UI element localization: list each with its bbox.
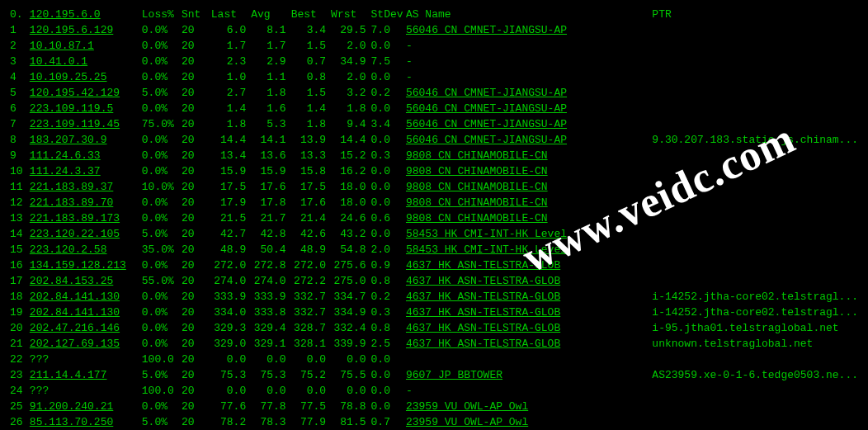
cell-as[interactable]: 56046 CN CMNET-JIANGSU-AP [406, 85, 652, 101]
cell-as[interactable]: 4637 HK ASN-TELSTRA-GLOB [406, 258, 652, 273]
cell-wrst: 75.5 [331, 367, 370, 383]
cell-host[interactable]: 223.120.22.105 [30, 226, 142, 242]
mtr-row: 22???100.0200.00.00.00.00.0 [10, 352, 858, 367]
mtr-row: 9111.24.6.330.0%2013.413.613.315.20.3980… [10, 148, 858, 163]
cell-loss: 0.0% [142, 336, 182, 352]
cell-host[interactable]: 183.207.30.9 [30, 132, 142, 148]
cell-avg: 1.1 [251, 69, 290, 85]
cell-best: 0.7 [291, 54, 331, 69]
cell-wrst: 3.2 [331, 85, 370, 101]
cell-avg: 2.9 [251, 54, 290, 69]
cell-as[interactable]: 9808 CN CHINAMOBILE-CN [406, 179, 652, 195]
cell-wrst: 334.7 [331, 289, 370, 305]
cell-snt: 20 [182, 85, 211, 101]
cell-avg: 78.3 [251, 414, 290, 430]
cell-as[interactable]: 9808 CN CHINAMOBILE-CN [406, 210, 652, 226]
cell-hop: 4 [10, 69, 30, 85]
cell-as[interactable]: 56046 CN CMNET-JIANGSU-AP [406, 116, 652, 132]
cell-snt: 20 [182, 101, 211, 116]
cell-avg: 14.1 [251, 132, 290, 148]
cell-host[interactable]: 223.109.119.45 [30, 116, 142, 132]
cell-host: ??? [30, 352, 142, 367]
cell-as[interactable]: 9607 JP BBTOWER [406, 367, 652, 383]
cell-as[interactable]: 56046 CN CMNET-JIANGSU-AP [406, 132, 652, 148]
cell-stdev: 0.3 [371, 148, 406, 163]
cell-as[interactable]: 4637 HK ASN-TELSTRA-GLOB [406, 305, 652, 320]
cell-host[interactable]: 202.84.141.130 [30, 305, 142, 320]
cell-loss: 5.0% [142, 414, 182, 430]
cell-best: 77.5 [291, 399, 331, 414]
mtr-row: 2591.200.240.210.0%2077.677.877.578.80.0… [10, 399, 858, 414]
cell-stdev: 2.0 [371, 242, 406, 258]
cell-wrst: 43.2 [331, 226, 370, 242]
cell-hop: 16 [10, 258, 30, 273]
cell-as[interactable]: 9808 CN CHINAMOBILE-CN [406, 148, 652, 163]
cell-snt: 20 [182, 38, 211, 54]
cell-as[interactable]: 4637 HK ASN-TELSTRA-GLOB [406, 336, 652, 352]
cell-wrst: 9.4 [331, 116, 370, 132]
cell-wrst: 16.2 [331, 163, 370, 179]
cell-wrst: 334.9 [331, 305, 370, 320]
cell-as[interactable]: 4637 HK ASN-TELSTRA-GLOB [406, 320, 652, 336]
cell-host[interactable]: 134.159.128.213 [30, 258, 142, 273]
cell-ptr: unknown.telstraglobal.net [652, 336, 858, 352]
cell-host[interactable]: 10.109.25.25 [30, 69, 142, 85]
cell-loss: 0.0% [142, 399, 182, 414]
cell-host[interactable]: 85.113.70.250 [30, 414, 142, 430]
cell-hop: 10 [10, 163, 30, 179]
cell-host[interactable]: 10.41.0.1 [30, 54, 142, 69]
cell-stdev: 7.5 [371, 54, 406, 69]
cell-as[interactable]: 23959 VU OWL-AP Owl [406, 414, 652, 430]
cell-host[interactable]: 221.183.89.37 [30, 179, 142, 195]
cell-host[interactable]: 221.183.89.173 [30, 210, 142, 226]
cell-host[interactable]: 223.120.2.58 [30, 242, 142, 258]
cell-hop: 3 [10, 54, 30, 69]
col-last: Last [211, 7, 251, 22]
cell-last: 0.0 [211, 352, 251, 367]
cell-host[interactable]: 10.10.87.1 [30, 38, 142, 54]
cell-snt: 20 [182, 22, 211, 38]
cell-loss: 35.0% [142, 242, 182, 258]
cell-last: 1.0 [211, 69, 251, 85]
cell-as[interactable]: 58453 HK CMI-INT-HK Level [406, 226, 652, 242]
cell-hop: 24 [10, 383, 30, 399]
cell-hop: 21 [10, 336, 30, 352]
cell-last: 0.0 [211, 383, 251, 399]
cell-last: 329.0 [211, 336, 251, 352]
cell-host[interactable]: 120.195.6.129 [30, 22, 142, 38]
cell-host[interactable]: 111.24.6.33 [30, 148, 142, 163]
cell-stdev: 0.9 [371, 258, 406, 273]
cell-as[interactable]: 56046 CN CMNET-JIANGSU-AP [406, 101, 652, 116]
cell-loss: 0.0% [142, 258, 182, 273]
cell-best: 0.0 [291, 383, 331, 399]
cell-as[interactable]: 9808 CN CHINAMOBILE-CN [406, 163, 652, 179]
cell-as[interactable]: 4637 HK ASN-TELSTRA-GLOB [406, 289, 652, 305]
cell-host[interactable]: 211.14.4.177 [30, 367, 142, 383]
cell-host[interactable]: 120.195.42.129 [30, 85, 142, 101]
cell-as[interactable]: 23959 VU OWL-AP Owl [406, 399, 652, 414]
cell-snt: 20 [182, 210, 211, 226]
cell-as[interactable]: 4637 HK ASN-TELSTRA-GLOB [406, 273, 652, 289]
cell-as: - [406, 38, 652, 54]
cell-stdev: 0.0 [371, 383, 406, 399]
cell-host[interactable]: 91.200.240.21 [30, 399, 142, 414]
cell-as[interactable]: 9808 CN CHINAMOBILE-CN [406, 195, 652, 210]
cell-hop: 17 [10, 273, 30, 289]
cell-loss: 5.0% [142, 367, 182, 383]
cell-as[interactable]: 58453 HK CMI-INT-HK Level [406, 242, 652, 258]
cell-host[interactable]: 221.183.89.70 [30, 195, 142, 210]
cell-host[interactable]: 202.127.69.135 [30, 336, 142, 352]
cell-host[interactable]: 111.24.3.37 [30, 163, 142, 179]
cell-host[interactable]: 202.47.216.146 [30, 320, 142, 336]
cell-host[interactable]: 202.84.153.25 [30, 273, 142, 289]
cell-host[interactable]: 223.109.119.5 [30, 101, 142, 116]
mtr-row: 24???100.0200.00.00.00.00.0- [10, 383, 858, 399]
cell-host[interactable]: 202.84.141.130 [30, 289, 142, 305]
cell-as[interactable]: 56046 CN CMNET-JIANGSU-AP [406, 22, 652, 38]
cell-ptr [652, 195, 858, 210]
cell-hop: 9 [10, 148, 30, 163]
cell-avg: 329.1 [251, 336, 290, 352]
cell-last: 78.2 [211, 414, 251, 430]
cell-avg: 50.4 [251, 242, 290, 258]
cell-wrst: 29.5 [331, 22, 370, 38]
